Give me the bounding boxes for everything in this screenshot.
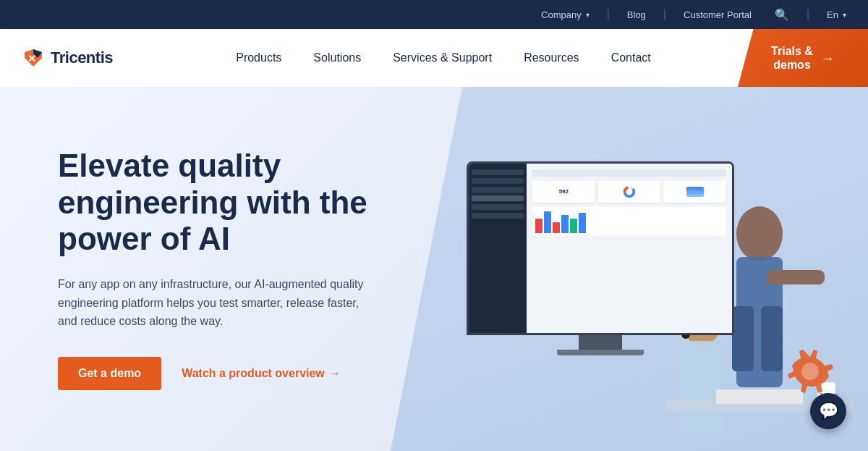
company-label: Company xyxy=(541,9,582,20)
hero-cta-buttons: Get a demo Watch a product overview → xyxy=(58,357,376,390)
company-nav-item[interactable]: Company ▾ xyxy=(541,9,590,20)
language-selector[interactable]: En ▾ xyxy=(827,9,846,20)
watch-overview-button[interactable]: Watch a product overview → xyxy=(182,367,341,380)
language-label: En xyxy=(827,9,838,20)
svg-point-5 xyxy=(736,206,783,261)
trials-arrow-icon: → xyxy=(820,50,835,67)
get-demo-button[interactable]: Get a demo xyxy=(58,357,161,390)
svg-point-18 xyxy=(801,363,819,380)
logo[interactable]: ✕ Tricentis xyxy=(0,46,135,69)
top-bar: Company ▾ | Blog | Customer Portal 🔍 | E… xyxy=(0,0,868,29)
nav-resources[interactable]: Resources xyxy=(508,29,595,87)
svg-rect-9 xyxy=(767,270,825,284)
hero-image: 592 xyxy=(391,87,868,451)
hero-section: Elevate quality engineering with the pow… xyxy=(0,87,868,451)
chat-button[interactable]: 💬 xyxy=(810,393,846,429)
main-navigation: ✕ Tricentis Products Solutions Services … xyxy=(0,29,868,87)
donut-chart xyxy=(623,185,636,198)
trials-label: Trials & demos xyxy=(771,44,813,72)
logo-text: Tricentis xyxy=(51,49,113,67)
svg-rect-7 xyxy=(732,306,754,371)
nav-contact[interactable]: Contact xyxy=(595,29,667,87)
hero-subtext: For any app on any infrastructure, our A… xyxy=(58,275,376,331)
nav-divider: | xyxy=(607,8,610,21)
trials-demos-button[interactable]: Trials & demos → xyxy=(738,29,868,87)
monitor-mockup: 592 xyxy=(467,161,734,335)
svg-rect-11 xyxy=(680,341,723,435)
blog-nav-item[interactable]: Blog xyxy=(627,9,646,20)
nav-divider-2: | xyxy=(663,8,666,21)
dashboard-metric-1: 592 xyxy=(559,188,569,195)
nav-products[interactable]: Products xyxy=(220,29,297,87)
nav-solutions[interactable]: Solutions xyxy=(297,29,377,87)
watch-label: Watch a product overview xyxy=(182,367,325,380)
company-chevron-icon: ▾ xyxy=(586,11,590,19)
watch-arrow-icon: → xyxy=(329,367,341,380)
nav-divider-3: | xyxy=(807,8,809,21)
tricentis-logo-icon: ✕ xyxy=(22,46,45,69)
nav-links: Products Solutions Services & Support Re… xyxy=(149,29,738,87)
search-icon[interactable]: 🔍 xyxy=(775,8,789,22)
hero-headline: Elevate quality engineering with the pow… xyxy=(58,148,376,258)
chat-icon: 💬 xyxy=(819,402,838,421)
customer-portal-nav-item[interactable]: Customer Portal xyxy=(684,9,752,20)
hero-content: Elevate quality engineering with the pow… xyxy=(0,104,420,434)
svg-text:✕: ✕ xyxy=(27,53,36,64)
nav-services[interactable]: Services & Support xyxy=(377,29,508,87)
lang-chevron-icon: ▾ xyxy=(843,11,846,19)
